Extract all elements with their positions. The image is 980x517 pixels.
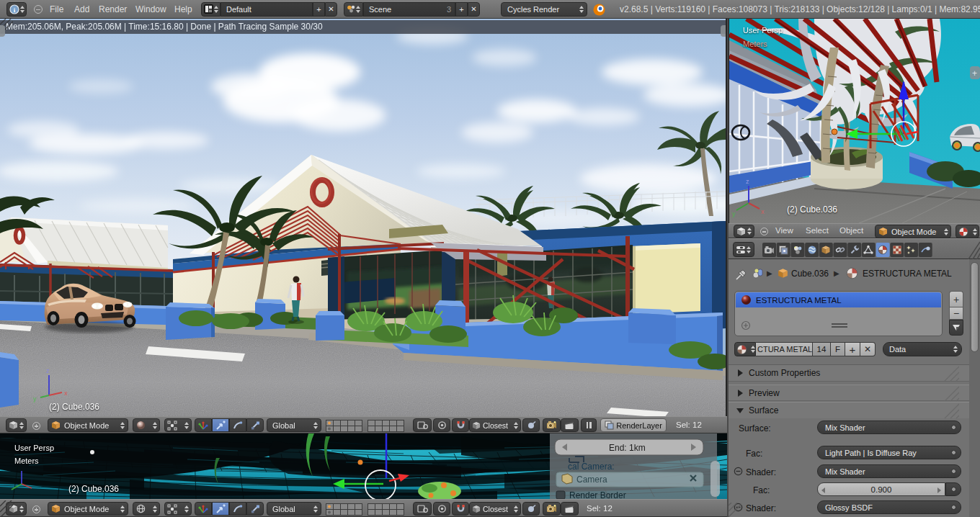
- svg-text:x: x: [761, 208, 765, 215]
- svg-text:y: y: [33, 395, 37, 403]
- svg-text:Camera: Camera: [576, 475, 607, 485]
- svg-text:x: x: [64, 390, 68, 397]
- svg-text:+: +: [972, 68, 977, 78]
- svg-text:Render Border: Render Border: [569, 490, 626, 499]
- svg-text:z: z: [746, 178, 749, 185]
- svg-text:y: y: [732, 210, 736, 217]
- svg-text:z: z: [46, 367, 50, 374]
- svg-text:cal Camera:: cal Camera:: [568, 462, 615, 472]
- svg-text:End: 1km: End: 1km: [609, 443, 646, 453]
